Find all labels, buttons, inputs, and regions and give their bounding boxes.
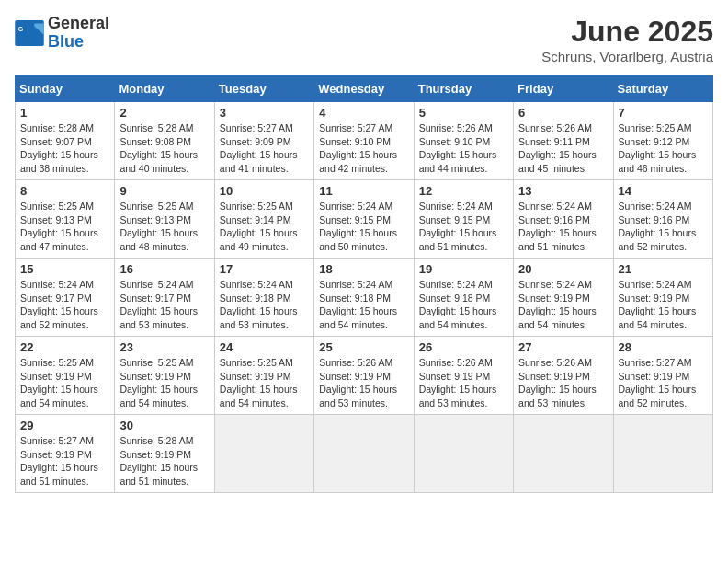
day-number: 27	[518, 340, 608, 354]
logo: G General Blue	[15, 15, 109, 52]
day-cell-5: 5Sunrise: 5:26 AMSunset: 9:10 PMDaylight…	[414, 102, 513, 180]
weekday-header-saturday: Saturday	[613, 76, 712, 102]
week-row-1: 1Sunrise: 5:28 AMSunset: 9:07 PMDaylight…	[16, 102, 713, 180]
day-number: 18	[319, 262, 408, 276]
empty-cell	[214, 415, 313, 493]
day-cell-21: 21Sunrise: 5:24 AMSunset: 9:19 PMDayligh…	[613, 259, 712, 337]
day-info: Sunrise: 5:26 AMSunset: 9:19 PMDaylight:…	[419, 356, 508, 410]
day-cell-12: 12Sunrise: 5:24 AMSunset: 9:15 PMDayligh…	[414, 180, 513, 259]
day-cell-16: 16Sunrise: 5:24 AMSunset: 9:17 PMDayligh…	[115, 259, 214, 337]
day-cell-29: 29Sunrise: 5:27 AMSunset: 9:19 PMDayligh…	[16, 415, 115, 493]
day-number: 20	[518, 262, 608, 276]
calendar: SundayMondayTuesdayWednesdayThursdayFrid…	[15, 75, 713, 493]
weekday-header-monday: Monday	[115, 76, 214, 102]
day-info: Sunrise: 5:24 AMSunset: 9:19 PMDaylight:…	[518, 278, 608, 332]
day-number: 30	[119, 419, 209, 432]
logo-text-line1: General	[48, 15, 109, 33]
day-number: 11	[319, 184, 408, 198]
title-area: June 2025 Schruns, Vorarlberg, Austria	[541, 15, 713, 64]
day-info: Sunrise: 5:25 AMSunset: 9:12 PMDaylight:…	[619, 121, 708, 176]
day-info: Sunrise: 5:26 AMSunset: 9:19 PMDaylight:…	[518, 356, 608, 410]
day-info: Sunrise: 5:25 AMSunset: 9:13 PMDaylight:…	[20, 200, 109, 254]
day-cell-27: 27Sunrise: 5:26 AMSunset: 9:19 PMDayligh…	[514, 337, 613, 415]
header: G General Blue June 2025 Schruns, Vorarl…	[15, 15, 713, 64]
day-info: Sunrise: 5:28 AMSunset: 9:07 PMDaylight:…	[20, 121, 109, 176]
day-cell-17: 17Sunrise: 5:24 AMSunset: 9:18 PMDayligh…	[214, 259, 313, 337]
empty-cell	[514, 415, 613, 493]
week-row-2: 8Sunrise: 5:25 AMSunset: 9:13 PMDaylight…	[16, 180, 713, 259]
day-cell-8: 8Sunrise: 5:25 AMSunset: 9:13 PMDaylight…	[16, 180, 115, 259]
day-number: 26	[419, 340, 508, 354]
day-cell-7: 7Sunrise: 5:25 AMSunset: 9:12 PMDaylight…	[613, 102, 712, 180]
day-cell-14: 14Sunrise: 5:24 AMSunset: 9:16 PMDayligh…	[613, 180, 712, 259]
weekday-header-tuesday: Tuesday	[214, 76, 313, 102]
day-cell-22: 22Sunrise: 5:25 AMSunset: 9:19 PMDayligh…	[16, 337, 115, 415]
day-info: Sunrise: 5:27 AMSunset: 9:19 PMDaylight:…	[20, 434, 109, 488]
day-info: Sunrise: 5:28 AMSunset: 9:08 PMDaylight:…	[119, 121, 209, 176]
day-cell-10: 10Sunrise: 5:25 AMSunset: 9:14 PMDayligh…	[214, 180, 313, 259]
day-info: Sunrise: 5:25 AMSunset: 9:13 PMDaylight:…	[119, 200, 209, 254]
location-title: Schruns, Vorarlberg, Austria	[541, 49, 713, 64]
week-row-4: 22Sunrise: 5:25 AMSunset: 9:19 PMDayligh…	[16, 337, 713, 415]
day-number: 13	[518, 184, 608, 198]
day-number: 29	[20, 419, 109, 432]
day-cell-6: 6Sunrise: 5:26 AMSunset: 9:11 PMDaylight…	[514, 102, 613, 180]
day-number: 23	[119, 340, 209, 354]
empty-cell	[414, 415, 513, 493]
day-info: Sunrise: 5:24 AMSunset: 9:18 PMDaylight:…	[419, 278, 508, 332]
day-info: Sunrise: 5:24 AMSunset: 9:15 PMDaylight:…	[419, 200, 508, 254]
day-info: Sunrise: 5:26 AMSunset: 9:11 PMDaylight:…	[518, 121, 608, 176]
day-number: 22	[20, 340, 109, 354]
day-number: 25	[319, 340, 408, 354]
day-info: Sunrise: 5:24 AMSunset: 9:17 PMDaylight:…	[20, 278, 109, 332]
day-info: Sunrise: 5:24 AMSunset: 9:16 PMDaylight:…	[518, 200, 608, 254]
day-cell-23: 23Sunrise: 5:25 AMSunset: 9:19 PMDayligh…	[115, 337, 214, 415]
day-number: 7	[619, 106, 708, 120]
day-info: Sunrise: 5:25 AMSunset: 9:19 PMDaylight:…	[119, 356, 209, 410]
day-number: 3	[220, 106, 309, 120]
day-cell-15: 15Sunrise: 5:24 AMSunset: 9:17 PMDayligh…	[16, 259, 115, 337]
day-info: Sunrise: 5:24 AMSunset: 9:18 PMDaylight:…	[220, 278, 309, 332]
day-number: 2	[119, 106, 209, 120]
day-info: Sunrise: 5:25 AMSunset: 9:14 PMDaylight:…	[220, 200, 309, 254]
weekday-header-sunday: Sunday	[16, 76, 115, 102]
day-number: 19	[419, 262, 508, 276]
day-info: Sunrise: 5:28 AMSunset: 9:19 PMDaylight:…	[119, 434, 209, 488]
day-cell-13: 13Sunrise: 5:24 AMSunset: 9:16 PMDayligh…	[514, 180, 613, 259]
day-cell-19: 19Sunrise: 5:24 AMSunset: 9:18 PMDayligh…	[414, 259, 513, 337]
weekday-header-thursday: Thursday	[414, 76, 513, 102]
day-number: 1	[20, 106, 109, 120]
day-number: 15	[20, 262, 109, 276]
week-row-3: 15Sunrise: 5:24 AMSunset: 9:17 PMDayligh…	[16, 259, 713, 337]
day-cell-30: 30Sunrise: 5:28 AMSunset: 9:19 PMDayligh…	[115, 415, 214, 493]
day-cell-18: 18Sunrise: 5:24 AMSunset: 9:18 PMDayligh…	[314, 259, 414, 337]
day-cell-11: 11Sunrise: 5:24 AMSunset: 9:15 PMDayligh…	[314, 180, 414, 259]
weekday-header-friday: Friday	[514, 76, 613, 102]
day-number: 9	[119, 184, 209, 198]
empty-cell	[613, 415, 712, 493]
day-info: Sunrise: 5:25 AMSunset: 9:19 PMDaylight:…	[20, 356, 109, 410]
day-cell-4: 4Sunrise: 5:27 AMSunset: 9:10 PMDaylight…	[314, 102, 414, 180]
day-number: 8	[20, 184, 109, 198]
day-cell-3: 3Sunrise: 5:27 AMSunset: 9:09 PMDaylight…	[214, 102, 313, 180]
day-number: 24	[220, 340, 309, 354]
day-cell-24: 24Sunrise: 5:25 AMSunset: 9:19 PMDayligh…	[214, 337, 313, 415]
day-number: 6	[518, 106, 608, 120]
day-cell-25: 25Sunrise: 5:26 AMSunset: 9:19 PMDayligh…	[314, 337, 414, 415]
day-number: 12	[419, 184, 508, 198]
day-number: 10	[220, 184, 309, 198]
day-info: Sunrise: 5:24 AMSunset: 9:17 PMDaylight:…	[119, 278, 209, 332]
day-info: Sunrise: 5:24 AMSunset: 9:16 PMDaylight:…	[619, 200, 708, 254]
day-cell-9: 9Sunrise: 5:25 AMSunset: 9:13 PMDaylight…	[115, 180, 214, 259]
day-info: Sunrise: 5:26 AMSunset: 9:10 PMDaylight:…	[419, 121, 508, 176]
day-number: 5	[419, 106, 508, 120]
logo-icon: G	[15, 20, 44, 46]
day-info: Sunrise: 5:26 AMSunset: 9:19 PMDaylight:…	[319, 356, 408, 410]
day-info: Sunrise: 5:24 AMSunset: 9:18 PMDaylight:…	[319, 278, 408, 332]
day-info: Sunrise: 5:27 AMSunset: 9:09 PMDaylight:…	[220, 121, 309, 176]
day-cell-20: 20Sunrise: 5:24 AMSunset: 9:19 PMDayligh…	[514, 259, 613, 337]
week-row-5: 29Sunrise: 5:27 AMSunset: 9:19 PMDayligh…	[16, 415, 713, 493]
day-info: Sunrise: 5:24 AMSunset: 9:19 PMDaylight:…	[619, 278, 708, 332]
month-title: June 2025	[541, 15, 713, 49]
weekday-header-wednesday: Wednesday	[314, 76, 414, 102]
